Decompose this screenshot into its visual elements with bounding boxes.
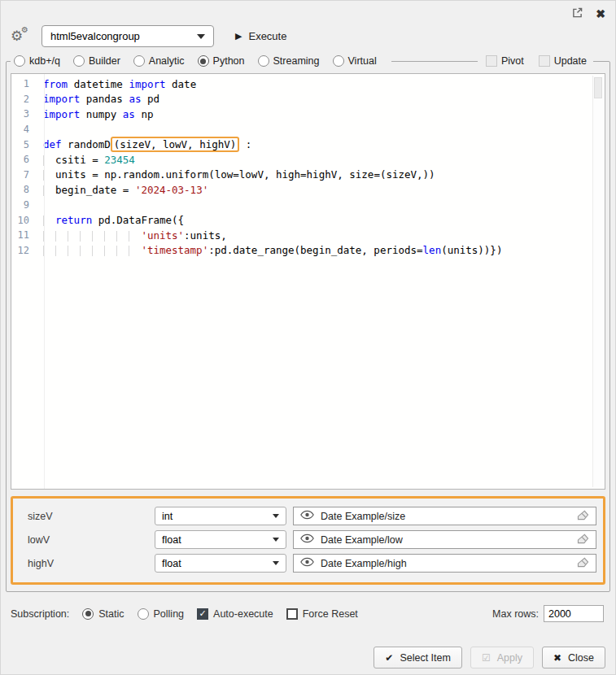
max-rows-group: Max rows:	[492, 605, 604, 622]
radio-icon	[14, 55, 25, 67]
mode-radio-streaming[interactable]: Streaming	[258, 55, 320, 67]
indent-guide	[68, 231, 80, 242]
indent-guide	[43, 155, 55, 166]
code-token: pd	[141, 93, 159, 105]
polling-radio[interactable]: Polling	[138, 608, 185, 620]
param-row: lowV float Date Example/low	[20, 530, 596, 549]
code-text: 'timestamp':pd.date_range(begin_date, pe…	[37, 244, 502, 256]
code-line: 3import numpy as np	[11, 107, 605, 122]
mode-selector: kdb+/q Builder Analytic Python Streaming…	[11, 55, 593, 67]
force-reset-checkbox[interactable]: Force Reset	[286, 608, 358, 620]
settings-gears-icon[interactable]: ⚙⚙	[11, 28, 30, 45]
code-editor[interactable]: 1from datetime import date2import pandas…	[11, 73, 605, 490]
line-number: 4	[11, 124, 37, 135]
code-line: 7units = np.random.uniform(low=lowV, hig…	[11, 168, 605, 183]
mode-radio-builder[interactable]: Builder	[73, 55, 120, 67]
code-token: (units))})	[441, 244, 502, 256]
code-text: return pd.DataFrame({	[37, 214, 184, 226]
indent-guide	[68, 246, 80, 256]
line-number: 12	[11, 245, 37, 256]
code-token: 23454	[104, 154, 135, 166]
select-item-button[interactable]: ✔ Select Item	[374, 647, 462, 668]
param-binding-field[interactable]: Date Example/high	[293, 554, 596, 573]
param-type-select[interactable]: int	[155, 507, 286, 525]
binding-path: Date Example/size	[321, 511, 570, 522]
eye-icon[interactable]	[300, 557, 314, 569]
param-type-select[interactable]: float	[155, 554, 286, 573]
radio-icon	[133, 55, 145, 67]
expand-icon[interactable]	[572, 7, 583, 20]
max-rows-input[interactable]	[544, 605, 604, 622]
mode-radio-virtual[interactable]: Virtual	[333, 55, 377, 67]
code-token: as	[123, 108, 135, 120]
window-controls: ✖	[572, 7, 605, 20]
query-group: kdb+/q Builder Analytic Python Streaming…	[6, 55, 610, 592]
code-text: from datetime import date	[37, 78, 196, 90]
indent-guide	[43, 231, 55, 242]
indent-guide	[104, 246, 116, 256]
code-line: 1from datetime import date	[11, 76, 605, 92]
scrollbar-thumb[interactable]	[594, 77, 602, 98]
line-number: 2	[11, 94, 37, 105]
indent-guide	[43, 246, 55, 256]
code-text: 'units':units,	[37, 229, 227, 242]
eraser-icon[interactable]	[577, 533, 589, 547]
execute-button[interactable]: ▶ Execute	[235, 30, 286, 42]
eraser-icon[interactable]	[577, 510, 589, 523]
apply-button[interactable]: ☑ Apply	[470, 647, 534, 668]
static-radio[interactable]: Static	[82, 608, 124, 620]
indent-guide	[116, 246, 129, 256]
checkbox-icon	[539, 55, 550, 67]
close-icon[interactable]: ✖	[596, 7, 605, 20]
chevron-down-icon	[273, 561, 279, 565]
code-line: 8begin_date = '2024-03-13'	[11, 182, 605, 198]
code-text: begin_date = '2024-03-13'	[37, 184, 208, 196]
close-button[interactable]: ✖ Close	[542, 647, 605, 668]
code-token: 'timestamp'	[141, 244, 208, 256]
eye-icon[interactable]	[300, 533, 314, 546]
code-lines: 1from datetime import date2import pandas…	[11, 76, 605, 258]
eraser-icon[interactable]	[577, 557, 589, 570]
code-token: csiti =	[55, 154, 104, 166]
code-line: 12'timestamp':pd.date_range(begin_date, …	[11, 243, 605, 259]
editor-scrollbar[interactable]	[592, 76, 603, 487]
line-number: 3	[11, 108, 37, 120]
checkbox-icon	[486, 55, 497, 67]
gutter-separator	[44, 74, 45, 489]
code-line: 5def randomD(sizeV, lowV, highV) :	[11, 137, 605, 152]
mode-radio-kdb[interactable]: kdb+/q	[14, 55, 60, 67]
code-text: units = np.random.uniform(low=lowV, high…	[37, 168, 435, 181]
parameter-bindings-panel: sizeV int Date Example/size lowV	[11, 496, 605, 585]
subscription-label: Subscription:	[11, 608, 69, 620]
param-binding-field[interactable]: Date Example/low	[293, 530, 596, 549]
pivot-checkbox[interactable]: Pivot	[486, 55, 524, 67]
x-icon: ✖	[553, 652, 561, 664]
code-token: :	[239, 138, 251, 150]
connection-select[interactable]: html5evalcongroup	[42, 25, 214, 47]
code-text: csiti = 23454	[37, 154, 135, 166]
indent-guide	[55, 246, 68, 256]
indent-guide	[55, 231, 68, 242]
update-checkbox[interactable]: Update	[539, 55, 587, 67]
code-token: date	[166, 78, 197, 90]
binding-path: Date Example/high	[321, 558, 570, 569]
eye-icon[interactable]	[300, 510, 314, 522]
param-type-select[interactable]: float	[155, 530, 286, 549]
param-binding-field[interactable]: Date Example/size	[293, 507, 596, 525]
line-number: 7	[11, 169, 37, 181]
mode-radio-python[interactable]: Python	[198, 55, 245, 67]
divider-line	[391, 61, 478, 62]
mode-radio-analytic[interactable]: Analytic	[133, 55, 185, 67]
code-token: import	[43, 108, 80, 120]
radio-selected-icon	[198, 55, 209, 67]
auto-execute-checkbox[interactable]: ✓ Auto-execute	[197, 608, 273, 620]
code-token: import	[43, 93, 80, 105]
indent-guide	[43, 185, 55, 196]
code-token: as	[129, 93, 141, 105]
indent-guide	[43, 170, 55, 181]
subscription-row: Subscription: Static Polling ✓ Auto-exec…	[11, 605, 604, 622]
indent-guide	[92, 231, 104, 242]
code-token: pandas	[80, 93, 129, 105]
param-row: highV float Date Example/high	[20, 554, 596, 573]
code-token: pd.DataFrame({	[92, 214, 184, 226]
